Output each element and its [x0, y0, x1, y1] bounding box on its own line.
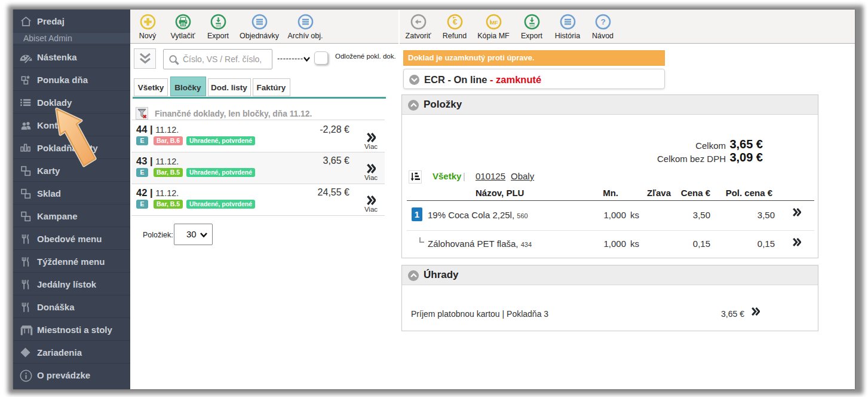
- svg-text:xml: xml: [529, 24, 535, 28]
- svg-text:MF: MF: [490, 19, 498, 26]
- svg-text:€: €: [453, 17, 458, 26]
- svg-text:xml: xml: [216, 24, 221, 28]
- svg-text:✖: ✖: [143, 114, 147, 119]
- svg-text:?: ?: [600, 17, 605, 26]
